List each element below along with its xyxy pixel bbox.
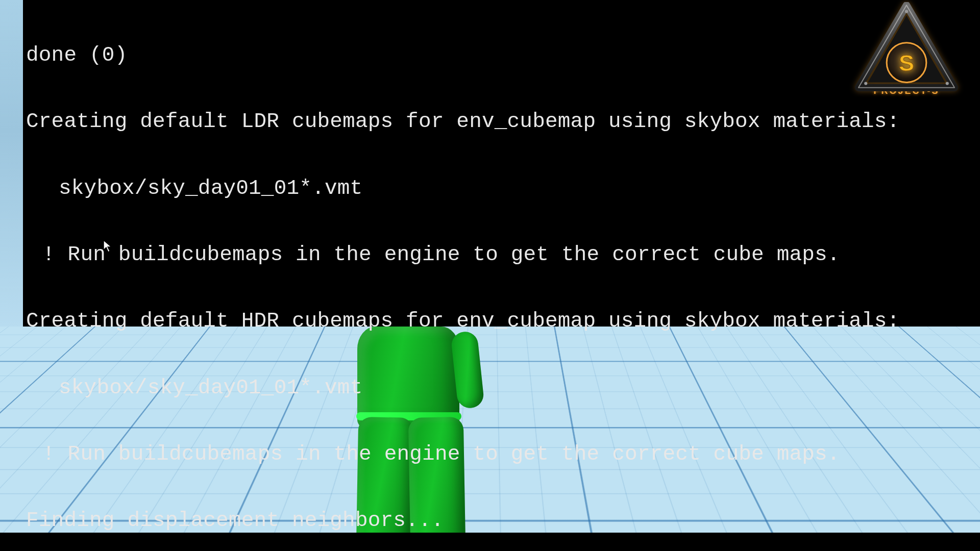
- console-line: ! Run buildcubemaps in the engine to get…: [26, 244, 977, 266]
- svg-point-1: [946, 82, 949, 85]
- console-line: Finding displacement neighbors...: [26, 510, 977, 532]
- letterbox-bar: [0, 533, 980, 551]
- console-line: done (0): [26, 44, 977, 66]
- console-line: Creating default HDR cubemaps for env_cu…: [26, 310, 977, 332]
- scene-left-strip: [0, 0, 23, 327]
- console-line: ! Run buildcubemaps in the engine to get…: [26, 443, 977, 465]
- project-logo: S PROJECT-S: [850, 2, 963, 109]
- logo-letter: S: [899, 50, 914, 76]
- console-line: skybox/sky_day01_01*.vmt: [26, 178, 977, 199]
- console-line: Creating default LDR cubemaps for env_cu…: [26, 111, 977, 133]
- svg-point-2: [864, 82, 867, 85]
- console-line: skybox/sky_day01_01*.vmt: [26, 377, 977, 399]
- mouse-cursor-icon: [103, 240, 112, 253]
- triangle-logo-icon: S: [853, 2, 960, 94]
- svg-point-0: [905, 10, 908, 13]
- compile-console: done (0) Creating default LDR cubemaps f…: [23, 0, 980, 327]
